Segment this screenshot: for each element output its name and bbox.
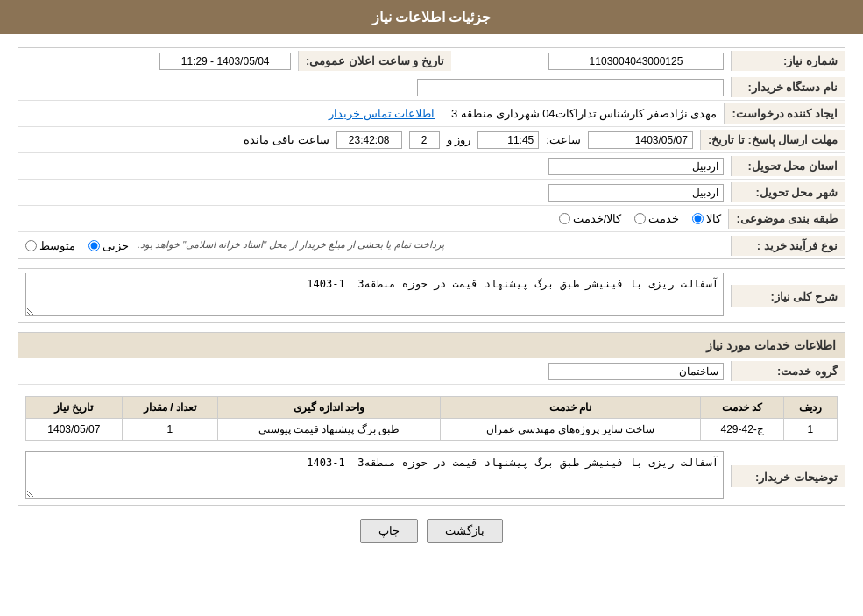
grohe-row: گروه خدمت: <box>18 358 845 385</box>
services-table: ردیف کد خدمت نام خدمت واحد اندازه گیری ت… <box>25 396 838 441</box>
mohlat-time-label: ساعت: <box>546 133 581 146</box>
cell-vahed: طبق برگ پیشنهاد قیمت پیوستی <box>218 419 441 441</box>
shahr-value <box>18 181 731 205</box>
announce-label: تاریخ و ساعت اعلان عمومی: <box>298 51 451 71</box>
etelaat-tamas-link[interactable]: اطلاعات تماس خریدار <box>329 107 435 120</box>
table-row: 1 ج-42-429 ساخت سایر پروژه‌های مهندسی عم… <box>26 419 838 441</box>
ostan-value <box>18 154 731 179</box>
mohlat-date-input[interactable] <box>588 131 693 149</box>
page-header: جزئیات اطلاعات نیاز <box>0 0 863 34</box>
shahr-row: شهر محل تحویل: <box>18 180 845 206</box>
col-nam-khedmat: نام خدمت <box>440 397 701 419</box>
col-kod-khedmat: کد خدمت <box>701 397 783 419</box>
services-table-container: ردیف کد خدمت نام خدمت واحد اندازه گیری ت… <box>18 385 845 448</box>
radio-jozii-label: جزیی <box>103 239 129 252</box>
grohe-input[interactable] <box>548 363 724 380</box>
announce-value <box>18 49 298 74</box>
shomare-row: شماره نیاز: تاریخ و ساعت اعلان عمومی: <box>18 48 845 74</box>
cell-tarikh: 1403/05/07 <box>26 419 123 441</box>
radio-motevasset[interactable] <box>25 240 37 251</box>
radio-kala-khedmat[interactable] <box>559 213 570 224</box>
col-vahed: واحد اندازه گیری <box>218 397 441 419</box>
shomare-niaz-value <box>451 49 731 74</box>
mohlat-label: مهلت ارسال پاسخ: تا تاریخ: <box>700 130 845 150</box>
shahr-label: شهر محل تحویل: <box>731 182 845 202</box>
services-title: اطلاعات خدمات مورد نیاز <box>18 333 845 358</box>
radio-kala-label: کالا <box>706 212 721 225</box>
noue-note: پرداخت تمام یا بخشی از مبلغ خریدار از مح… <box>138 239 444 251</box>
cell-tedad: 1 <box>122 419 218 441</box>
button-row: بازگشت چاپ <box>18 519 845 556</box>
grohe-label: گروه خدمت: <box>731 361 845 381</box>
radio-khedmat-label: خدمت <box>648 212 679 225</box>
dastgah-input[interactable]: شهرداری منطقه 3 <box>417 79 724 96</box>
tabaqe-row: طبقه بندی موضوعی: کالا/خدمت خدمت کالا <box>18 206 845 232</box>
services-section: اطلاعات خدمات مورد نیاز گروه خدمت: ردیف … <box>18 332 845 506</box>
mohlat-value: ساعت: روز و ساعت باقی مانده <box>18 128 700 152</box>
dastgah-label: نام دستگاه خریدار: <box>731 77 845 97</box>
noue-row: نوع فرآیند خرید : متوسط جزیی <box>18 232 845 258</box>
sharh-textarea[interactable]: آسفالت ریزی با فینیشر طبق برگ پیشنهاد قی… <box>25 273 724 316</box>
sharh-row: شرح کلی نیاز: آسفالت ریزی با فینیشر طبق … <box>18 269 845 322</box>
radio-khedmat-item: خدمت <box>634 212 679 225</box>
announce-input[interactable] <box>159 53 291 70</box>
grohe-value <box>18 359 731 384</box>
tozihat-value: آسفالت ریزی با فینیشر طبق برگ پیشنهاد قی… <box>18 448 731 505</box>
mohlat-rooz-input[interactable] <box>409 131 440 149</box>
radio-motevasset-item: متوسط <box>25 239 75 252</box>
main-info-section: شماره نیاز: تاریخ و ساعت اعلان عمومی: نا… <box>18 47 845 259</box>
radio-jozii-item: جزیی <box>88 239 129 252</box>
sharh-section: شرح کلی نیاز: آسفالت ریزی با فینیشر طبق … <box>18 268 845 323</box>
shomare-niaz-label: شماره نیاز: <box>731 51 845 71</box>
idad-label: ایجاد کننده درخواست: <box>724 103 845 124</box>
tozihat-row: توضیحات خریدار: آسفالت ریزی با فینیشر طب… <box>18 448 845 505</box>
radio-jozii[interactable] <box>88 240 100 251</box>
mohlat-time-input[interactable] <box>477 131 539 149</box>
back-button[interactable]: بازگشت <box>427 519 503 543</box>
cell-nam-khedmat: ساخت سایر پروژه‌های مهندسی عمران <box>440 419 701 441</box>
radio-kala-item: کالا <box>692 212 721 225</box>
mohlat-countdown-input[interactable] <box>336 131 402 149</box>
radio-kala[interactable] <box>692 213 704 224</box>
idad-value: مهدی نژادصفر کارشناس تداراکات04 شهرداری … <box>18 103 724 124</box>
idad-row: ایجاد کننده درخواست: مهدی نژادصفر کارشنا… <box>18 101 845 127</box>
cell-radif: 1 <box>783 419 837 441</box>
radio-kala-khedmat-label: کالا/خدمت <box>573 212 622 225</box>
shahr-input[interactable] <box>548 184 724 202</box>
radio-khedmat[interactable] <box>634 213 646 224</box>
ostan-label: استان محل تحویل: <box>731 156 845 176</box>
noue-value: متوسط جزیی پرداخت تمام یا بخشی از مبلغ خ… <box>18 236 731 256</box>
mohlat-saat-label: ساعت باقی مانده <box>244 133 329 146</box>
tabaqe-label: طبقه بندی موضوعی: <box>728 209 845 229</box>
sharh-value: آسفالت ریزی با فینیشر طبق برگ پیشنهاد قی… <box>18 269 731 322</box>
print-button[interactable]: چاپ <box>360 519 418 543</box>
tozihat-textarea[interactable]: آسفالت ریزی با فینیشر طبق برگ پیشنهاد قی… <box>25 451 724 499</box>
dastgah-value: شهرداری منطقه 3 <box>18 75 731 100</box>
noue-label: نوع فرآیند خرید : <box>731 236 845 256</box>
tabaqe-value: کالا/خدمت خدمت کالا <box>18 209 728 229</box>
mohlat-rooz-label: روز و <box>447 133 471 146</box>
dastgah-row: نام دستگاه خریدار: شهرداری منطقه 3 <box>18 74 845 101</box>
cell-kod-khedmat: ج-42-429 <box>701 419 783 441</box>
col-tedad: تعداد / مقدار <box>122 397 218 419</box>
radio-motevasset-label: متوسط <box>39 239 75 252</box>
idad-text: مهدی نژادصفر کارشناس تداراکات04 شهرداری … <box>451 107 717 120</box>
tozihat-label: توضیحات خریدار: <box>731 465 845 487</box>
ostan-row: استان محل تحویل: <box>18 153 845 180</box>
radio-kala-khedmat-item: کالا/خدمت <box>559 212 622 225</box>
mohlat-row: مهلت ارسال پاسخ: تا تاریخ: ساعت: روز و س… <box>18 127 845 153</box>
col-radif: ردیف <box>783 397 837 419</box>
col-tarikh: تاریخ نیاز <box>26 397 123 419</box>
ostan-input[interactable] <box>548 158 724 175</box>
page-title: جزئیات اطلاعات نیاز <box>372 10 492 25</box>
shomare-niaz-input[interactable] <box>548 53 724 70</box>
sharh-label: شرح کلی نیاز: <box>731 285 845 307</box>
